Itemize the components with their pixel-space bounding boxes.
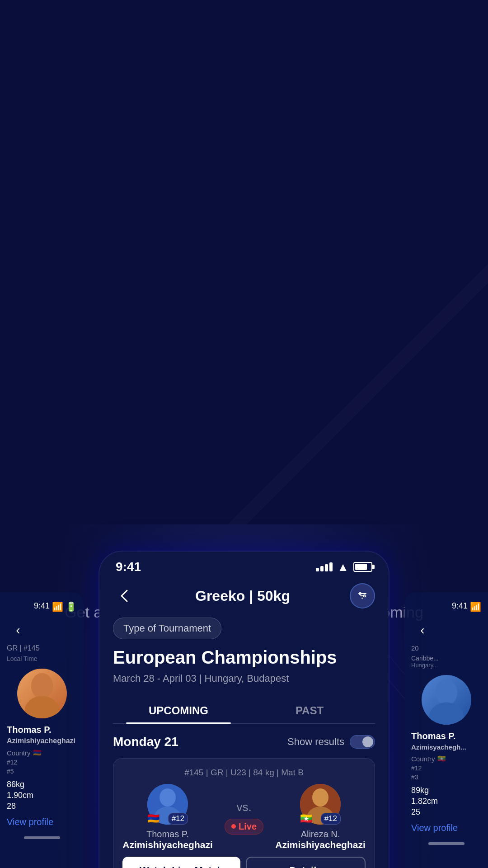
side-right-athlete-name: Thomas P. — [411, 731, 481, 741]
match1-right-rank: #12 — [321, 813, 341, 825]
match1-vs-row: 🇦🇲 #12 Thomas P. Azimishiyacheghazi vs. … — [122, 784, 366, 850]
side-left-rank: GR | #145 — [7, 644, 77, 652]
filter-button[interactable] — [350, 583, 375, 609]
show-results-toggle[interactable] — [350, 735, 375, 749]
wifi-icon: ▲ — [337, 560, 349, 574]
main-phone: 9:41 ▲ Greeko | 50kg — [99, 552, 389, 868]
side-left-back[interactable]: ‹ — [7, 619, 29, 642]
match1-center: vs. Live — [225, 800, 263, 835]
side-left-home-indicator — [24, 836, 60, 839]
svg-point-6 — [435, 679, 457, 705]
side-left-stat1: #12 — [7, 759, 77, 766]
match1-left-firstname: Thomas P. — [146, 829, 189, 840]
toggle-knob — [362, 736, 373, 747]
match1-left-lastname: Azimishiyacheghazi — [122, 840, 213, 850]
side-right-stat1: #12 — [411, 764, 481, 772]
match1-right-firstname: Alireza N. — [301, 829, 340, 840]
tabs-container: UPCOMING PAST — [113, 698, 375, 724]
match1-right-lastname: Azimishiyacheghazi — [275, 840, 366, 850]
status-bar: 9:41 ▲ — [99, 552, 389, 579]
match1-live-badge: Live — [225, 819, 263, 835]
side-right-country: Country 🇲🇲 — [411, 755, 481, 763]
tournament-type-badge[interactable]: Type of Tournament — [113, 618, 221, 639]
side-right-avatar — [422, 675, 471, 725]
svg-point-7 — [429, 703, 464, 725]
day-header: Monday 21 Show results — [113, 735, 375, 749]
side-left-lastname: Azimishiyacheghazi — [7, 737, 77, 745]
match1-left-flag: 🇦🇲 — [147, 813, 160, 825]
side-right-location: Caribbe... — [411, 655, 481, 662]
side-right-stat2: #3 — [411, 774, 481, 781]
battery-icon — [353, 562, 372, 572]
match1-athlete-left: 🇦🇲 #12 Thomas P. Azimishiyacheghazi — [122, 784, 213, 850]
tournament-date: March 28 - April 03 | Hungary, Budapest — [113, 673, 375, 684]
match1-vs: vs. — [236, 800, 251, 814]
side-right-back[interactable]: ‹ — [411, 619, 434, 642]
side-right-view-profile[interactable]: View profile — [411, 823, 481, 833]
match-card-1: #145 | GR | U23 | 84 kg | Mat B — [113, 758, 375, 868]
side-right-height-row: 1.82cm — [411, 797, 481, 806]
side-left-stat2: #5 — [7, 768, 77, 775]
status-time: 9:41 — [116, 560, 141, 574]
side-right-rank: 20 — [411, 644, 481, 652]
signal-bars-icon — [316, 562, 333, 571]
left-side-panel: 9:41 📶 🔋 ‹ GR | #145 Local Time Thomas P… — [0, 592, 84, 868]
right-side-panel: 9:41 📶 ‹ 20 Caribbe... Hungary... Thomas… — [404, 592, 488, 868]
live-dot-icon — [231, 824, 236, 829]
show-results-label: Show results — [287, 736, 344, 748]
side-left-country: Country 🇦🇲 — [7, 749, 77, 757]
match1-watch-button[interactable]: Watch Live Match — [122, 857, 240, 868]
phone-header: Greeko | 50kg — [99, 579, 389, 618]
phone-content: Type of Tournament European Championship… — [99, 618, 389, 868]
status-icons: ▲ — [316, 560, 372, 574]
day-label: Monday 21 — [113, 735, 178, 749]
side-right-home-indicator — [428, 842, 465, 845]
show-results-row: Show results — [287, 735, 375, 749]
side-right-location2: Hungary... — [411, 662, 481, 669]
tab-past[interactable]: PAST — [244, 698, 375, 723]
match1-live-label: Live — [239, 821, 257, 832]
match1-left-avatar-wrap: 🇦🇲 #12 — [147, 784, 188, 825]
side-left-time: 9:41 — [34, 601, 50, 612]
side-left-height-row: 1.90cm — [7, 791, 77, 800]
match1-details-button[interactable]: Details — [246, 857, 366, 868]
side-left-avatar — [17, 669, 67, 718]
tab-upcoming[interactable]: UPCOMING — [113, 698, 244, 723]
tournament-name: European Championships — [113, 646, 375, 668]
page-title: Greeko | 50kg — [195, 588, 290, 604]
match1-athlete-right: 🇲🇲 #12 Alireza N. Azimishiyacheghazi — [275, 784, 366, 850]
side-left-age-row: 28 — [7, 802, 77, 811]
side-left-local-time: Local Time — [7, 655, 77, 662]
side-left-view-profile[interactable]: View profile — [7, 817, 77, 827]
match1-right-avatar-wrap: 🇲🇲 #12 — [300, 784, 341, 825]
svg-point-5 — [24, 696, 59, 719]
side-left-athlete-name: Thomas P. — [7, 725, 77, 735]
back-button[interactable] — [113, 585, 136, 607]
svg-point-4 — [31, 673, 52, 699]
side-right-lastname: Azimisyachegh... — [411, 743, 481, 751]
match1-meta: #145 | GR | U23 | 84 kg | Mat B — [122, 768, 366, 778]
match1-buttons: Watch Live Match Details — [122, 857, 366, 868]
side-right-time: 9:41 — [452, 601, 468, 612]
svg-point-14 — [160, 788, 176, 807]
side-left-weight-row: 86kg — [7, 780, 77, 789]
svg-point-17 — [312, 788, 328, 807]
match1-left-rank: #12 — [168, 813, 188, 825]
side-right-weight-row: 89kg — [411, 786, 481, 795]
side-right-age-row: 25 — [411, 807, 481, 817]
match1-right-flag: 🇲🇲 — [300, 813, 312, 825]
